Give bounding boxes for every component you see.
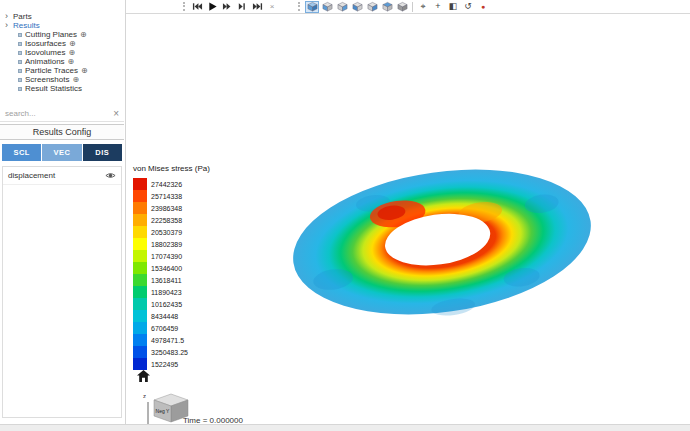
model-tree: ›Parts›ResultsCutting Planes⊕Isosurfaces… xyxy=(0,0,125,93)
tree-item-label: Isosurfaces xyxy=(25,39,66,48)
iso-view-button[interactable] xyxy=(305,1,319,13)
legend-swatch xyxy=(133,202,147,214)
tree-item-label: Particle Traces xyxy=(25,66,78,75)
fast-forward-button[interactable] xyxy=(220,1,234,13)
fit-view-button[interactable]: ⌖ xyxy=(416,1,430,13)
tab-vec[interactable]: VEC xyxy=(42,144,81,161)
item-icon xyxy=(18,87,22,91)
search-row: search... × xyxy=(0,106,124,122)
legend-value: 11890423 xyxy=(151,289,182,296)
legend-swatch xyxy=(133,334,147,346)
legend-entry: 18802389 xyxy=(133,238,210,250)
toolbar-grip[interactable] xyxy=(298,2,301,11)
results-config-header: Results Config xyxy=(0,124,124,140)
tree-item-parts[interactable]: ›Parts xyxy=(5,12,125,21)
cube-face-label: Neg Y xyxy=(156,408,170,414)
legend-swatch xyxy=(133,310,147,322)
item-icon xyxy=(18,51,22,55)
tree-item-label: Parts xyxy=(13,12,32,21)
tree-item-screenshots[interactable]: Screenshots⊕ xyxy=(5,75,125,84)
add-icon[interactable]: ⊕ xyxy=(72,75,79,84)
back-view-button[interactable] xyxy=(335,1,349,13)
step-forward-button[interactable] xyxy=(235,1,249,13)
home-view-icon[interactable] xyxy=(137,370,150,382)
close-playback-toolbar-button[interactable]: × xyxy=(265,1,279,13)
right-view-button[interactable] xyxy=(365,1,379,13)
add-icon[interactable]: ⊕ xyxy=(80,30,87,39)
tree-item-cutting-planes[interactable]: Cutting Planes⊕ xyxy=(5,30,125,39)
add-icon[interactable]: ⊕ xyxy=(69,39,76,48)
legend-swatch xyxy=(133,178,147,190)
legend-swatch xyxy=(133,298,147,310)
field-displacement[interactable]: displacement xyxy=(3,167,121,185)
toolbar-separator xyxy=(412,2,413,12)
tree-item-animations[interactable]: Animations⊕ xyxy=(5,57,125,66)
legend-value: 22258358 xyxy=(151,217,182,224)
clear-search-icon[interactable]: × xyxy=(113,108,119,119)
tree-item-result-statistics[interactable]: Result Statistics xyxy=(5,84,125,93)
legend-swatch xyxy=(133,274,147,286)
legend-entry: 8434448 xyxy=(133,310,210,322)
axis-label: z xyxy=(143,393,146,399)
visibility-eye-icon[interactable] xyxy=(105,171,116,180)
legend-entry: 23986348 xyxy=(133,202,210,214)
tree-item-label: Results xyxy=(13,21,40,30)
legend-entry: 1522495 xyxy=(133,358,210,370)
view-toolbar: ⌖+◧↺● xyxy=(298,0,490,13)
tree-item-isovolumes[interactable]: Isovolumes⊕ xyxy=(5,48,125,57)
legend-value: 27442326 xyxy=(151,181,182,188)
legend-entry: 13618411 xyxy=(133,274,210,286)
tab-scl[interactable]: SCL xyxy=(2,144,41,161)
results-fields-panel: displacement xyxy=(2,166,122,418)
tree-item-label: Screenshots xyxy=(25,75,69,84)
tree-item-label: Result Statistics xyxy=(25,84,82,93)
legend-value: 20530379 xyxy=(151,229,182,236)
skip-to-end-button[interactable] xyxy=(250,1,264,13)
legend-value: 10162435 xyxy=(151,301,182,308)
legend-value: 15346400 xyxy=(151,265,182,272)
tree-item-isosurfaces[interactable]: Isosurfaces⊕ xyxy=(5,39,125,48)
legend-swatch xyxy=(133,286,147,298)
legend-value: 25714338 xyxy=(151,193,182,200)
tree-item-results[interactable]: ›Results xyxy=(5,21,125,30)
legend-swatch xyxy=(133,214,147,226)
legend-entry: 10162435 xyxy=(133,298,210,310)
left-view-button[interactable] xyxy=(350,1,364,13)
stress-legend: von Mises stress (Pa) 274423262571433823… xyxy=(133,164,210,370)
chevron-icon[interactable]: › xyxy=(5,21,11,30)
legend-entry: 22258358 xyxy=(133,214,210,226)
center-view-button[interactable]: + xyxy=(431,1,445,13)
legend-value: 13618411 xyxy=(151,277,182,284)
item-icon xyxy=(18,42,22,46)
play-button[interactable] xyxy=(205,1,219,13)
playback-toolbar: × xyxy=(183,0,279,13)
legend-title: von Mises stress (Pa) xyxy=(133,164,210,173)
item-icon xyxy=(18,78,22,82)
stress-result-disc[interactable] xyxy=(284,156,600,328)
top-view-button[interactable] xyxy=(380,1,394,13)
search-input[interactable]: search... xyxy=(5,109,36,118)
legend-entry: 15346400 xyxy=(133,262,210,274)
tree-item-particle-traces[interactable]: Particle Traces⊕ xyxy=(5,66,125,75)
legend-value: 23986348 xyxy=(151,205,182,212)
item-icon xyxy=(18,60,22,64)
clip-plane-button[interactable]: ◧ xyxy=(446,1,460,13)
front-view-button[interactable] xyxy=(320,1,334,13)
reset-rotation-button[interactable]: ↺ xyxy=(461,1,475,13)
field-label: displacement xyxy=(8,171,55,180)
tree-item-label: Animations xyxy=(25,57,65,66)
add-icon[interactable]: ⊕ xyxy=(68,57,75,66)
legend-value: 1522495 xyxy=(151,361,178,368)
toolbar-grip[interactable] xyxy=(183,2,186,11)
tab-dis[interactable]: DIS xyxy=(83,144,122,161)
legend-swatch xyxy=(133,346,147,358)
record-button[interactable]: ● xyxy=(476,1,490,13)
add-icon[interactable]: ⊕ xyxy=(68,48,75,57)
bottom-view-button[interactable] xyxy=(395,1,409,13)
status-bar xyxy=(0,424,690,431)
legend-swatch xyxy=(133,238,147,250)
skip-to-start-button[interactable] xyxy=(190,1,204,13)
viewport-3d[interactable]: von Mises stress (Pa) 274423262571433823… xyxy=(126,14,690,424)
add-icon[interactable]: ⊕ xyxy=(81,66,88,75)
item-icon xyxy=(18,33,22,37)
